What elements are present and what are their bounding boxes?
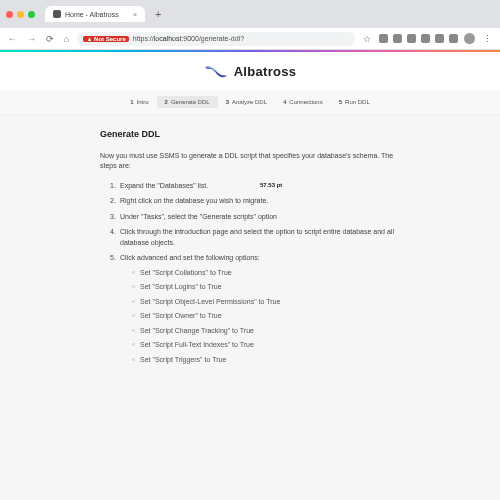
app-header: Albatross bbox=[0, 52, 500, 90]
intro-text: Now you must use SSMS to generate a DDL … bbox=[100, 151, 400, 171]
extension-icon[interactable] bbox=[393, 34, 402, 43]
albatross-logo-icon bbox=[204, 62, 228, 80]
minimize-window-icon[interactable] bbox=[17, 11, 24, 18]
extension-icon[interactable] bbox=[379, 34, 388, 43]
list-item: Expand the "Databases" list. 57.53 pt bbox=[110, 181, 400, 192]
reload-button[interactable]: ⟳ bbox=[44, 34, 56, 44]
extension-icon[interactable] bbox=[449, 34, 458, 43]
list-item: Set "Script Triggers" to True bbox=[132, 355, 400, 366]
inline-note: 57.53 pt bbox=[260, 181, 282, 190]
step-run-ddl[interactable]: 5Run DDL bbox=[331, 96, 378, 108]
list-item: Set "Script Change Tracking" to True bbox=[132, 326, 400, 337]
forward-button[interactable]: → bbox=[25, 34, 38, 44]
list-item: Set "Script Owner" to True bbox=[132, 311, 400, 322]
url-bar[interactable]: ▲ Not Secure https://localhost:9000/gene… bbox=[77, 32, 355, 46]
list-item: Click through the introduction page and … bbox=[110, 227, 400, 248]
window-controls[interactable] bbox=[6, 11, 35, 18]
list-item: Right click on the database you wish to … bbox=[110, 196, 400, 207]
browser-toolbar: ← → ⟳ ⌂ ▲ Not Secure https://localhost:9… bbox=[0, 28, 500, 50]
options-sublist: Set "Script Collations" to True Set "Scr… bbox=[120, 268, 400, 366]
url-text: https://localhost:9000/generate-ddl? bbox=[133, 35, 244, 42]
list-item: Set "Script Collations" to True bbox=[132, 268, 400, 279]
list-item: Click advanced and set the following opt… bbox=[110, 253, 400, 365]
not-secure-badge: ▲ Not Secure bbox=[83, 36, 128, 42]
list-item: Set "Script Logins" to True bbox=[132, 282, 400, 293]
extension-icon[interactable] bbox=[421, 34, 430, 43]
step-intro[interactable]: 1Intro bbox=[122, 96, 156, 108]
tab-title: Home - Albatross bbox=[65, 11, 119, 18]
brand-name: Albatross bbox=[234, 64, 297, 79]
browser-menu-icon[interactable]: ⋮ bbox=[481, 34, 494, 44]
list-item: Set "Script Object-Level Permissions" to… bbox=[132, 297, 400, 308]
home-button[interactable]: ⌂ bbox=[62, 34, 71, 44]
page-content: Albatross 1Intro 2Generate DDL 3Analyze … bbox=[0, 52, 500, 500]
extension-icon[interactable] bbox=[407, 34, 416, 43]
list-item: Under "Tasks", select the "Generate scri… bbox=[110, 212, 400, 223]
new-tab-button[interactable]: + bbox=[149, 8, 167, 20]
maximize-window-icon[interactable] bbox=[28, 11, 35, 18]
page-title: Generate DDL bbox=[100, 129, 400, 139]
extension-icons bbox=[379, 34, 458, 43]
step-generate-ddl[interactable]: 2Generate DDL bbox=[157, 96, 218, 108]
extension-icon[interactable] bbox=[435, 34, 444, 43]
step-analyze-ddl[interactable]: 3Analyze DDL bbox=[218, 96, 275, 108]
bookmark-star-icon[interactable]: ☆ bbox=[361, 34, 373, 44]
browser-tab-strip: Home - Albatross × + bbox=[0, 0, 500, 28]
step-list: 1Intro 2Generate DDL 3Analyze DDL 4Conne… bbox=[122, 96, 377, 108]
close-tab-icon[interactable]: × bbox=[133, 11, 137, 18]
profile-avatar-icon[interactable] bbox=[464, 33, 475, 44]
list-item: Set "Script Full-Text Indexes" to True bbox=[132, 340, 400, 351]
step-connections[interactable]: 4Connections bbox=[275, 96, 331, 108]
instruction-list: Expand the "Databases" list. 57.53 pt Ri… bbox=[100, 181, 400, 366]
browser-tab[interactable]: Home - Albatross × bbox=[45, 6, 145, 22]
favicon-icon bbox=[53, 10, 61, 18]
close-window-icon[interactable] bbox=[6, 11, 13, 18]
page-body: Generate DDL Now you must use SSMS to ge… bbox=[80, 115, 420, 384]
wizard-steps: 1Intro 2Generate DDL 3Analyze DDL 4Conne… bbox=[0, 90, 500, 115]
back-button[interactable]: ← bbox=[6, 34, 19, 44]
